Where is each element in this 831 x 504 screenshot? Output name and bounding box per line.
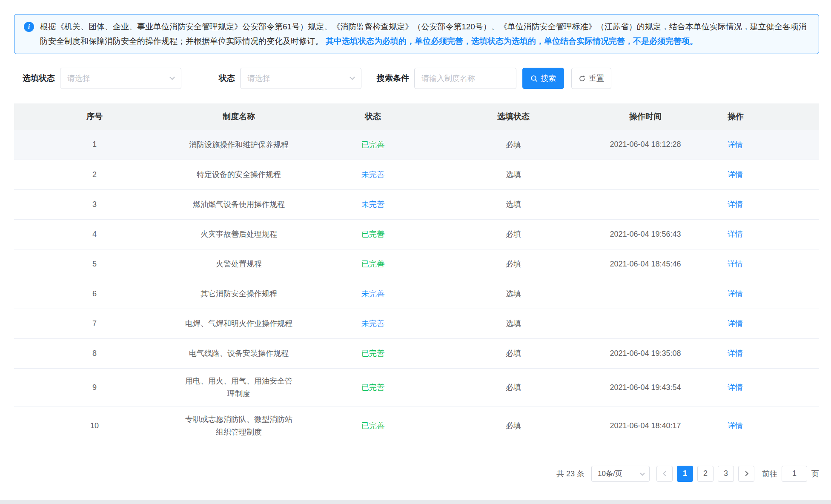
table-row: 2 特定设备的安全操作规程 未完善 选填 详情 [14,160,819,189]
cell-status: 未完善 [303,160,443,189]
cell-time [584,309,707,338]
status-text: 已完善 [361,349,384,358]
fill-status-label: 选填状态 [23,73,55,84]
next-page-button[interactable] [738,466,754,482]
detail-link[interactable]: 详情 [728,349,743,358]
detail-link[interactable]: 详情 [728,383,743,392]
status-text: 未完善 [361,170,384,179]
status-text: 已完善 [361,230,384,238]
cell-time: 2021-06-04 18:45:46 [584,249,707,279]
cell-action: 详情 [707,160,819,189]
cell-index: 5 [14,249,175,279]
chevron-right-icon [744,471,749,476]
detail-link[interactable]: 详情 [728,319,743,328]
header-status: 状态 [303,103,443,130]
cell-fill-status: 必填 [443,338,584,368]
table-row: 7 电焊、气焊和明火作业操作规程 未完善 选填 详情 [14,309,819,338]
cell-action: 详情 [707,309,819,338]
detail-link[interactable]: 详情 [728,421,743,430]
chevron-down-icon [169,74,175,80]
chevron-down-icon [350,74,355,80]
status-select[interactable]: 请选择 [240,68,361,89]
table-row: 3 燃油燃气设备使用操作规程 未完善 选填 详情 [14,189,819,219]
cell-time: 2021-06-04 18:12:28 [584,130,707,160]
cell-time: 2021-06-04 19:56:43 [584,219,707,249]
cell-name: 电焊、气焊和明火作业操作规程 [175,309,303,338]
cell-index: 7 [14,309,175,338]
cell-index: 3 [14,189,175,219]
cell-action: 详情 [707,219,819,249]
cell-index: 8 [14,338,175,368]
cell-status: 已完善 [303,130,443,160]
detail-link[interactable]: 详情 [728,140,743,149]
page-bottom-strip [0,500,831,504]
total-count: 共 23 条 [556,469,585,479]
cell-name: 特定设备的安全操作规程 [175,160,303,189]
search-button-label: 搜索 [541,73,556,83]
page-button-2[interactable]: 2 [697,466,714,482]
status-text: 已完善 [361,140,384,149]
cell-action: 详情 [707,279,819,309]
fill-status-select[interactable]: 请选择 [60,68,181,89]
status-text: 已完善 [361,421,384,430]
cell-fill-status: 必填 [443,130,584,160]
filter-bar: 选填状态 请选择 状态 请选择 搜索条件 搜索 [14,68,819,89]
table-row: 6 其它消防安全操作规程 未完善 选填 详情 [14,279,819,309]
cell-action: 详情 [707,189,819,219]
cell-time [584,279,707,309]
cell-time: 2021-06-04 19:35:08 [584,338,707,368]
cell-status: 未完善 [303,189,443,219]
detail-link[interactable]: 详情 [728,170,743,179]
search-label: 搜索条件 [377,73,409,84]
cell-status: 已完善 [303,219,443,249]
cell-action: 详情 [707,249,819,279]
cell-status: 已完善 [303,338,443,368]
detail-link[interactable]: 详情 [728,200,743,209]
status-text: 已完善 [361,383,384,392]
search-input[interactable] [414,68,516,89]
reset-button[interactable]: 重置 [571,68,611,89]
status-filter-group: 状态 请选择 [219,68,361,89]
cell-fill-status: 必填 [443,219,584,249]
cell-status: 已完善 [303,368,443,407]
alert-text: 根据《机关、团体、企业、事业单位消防安全管理规定》公安部令第61号）规定、《消防… [40,20,808,49]
search-button[interactable]: 搜索 [522,68,564,89]
search-group: 搜索条件 搜索 重置 [377,68,611,89]
cell-fill-status: 选填 [443,309,584,338]
goto-suffix: 页 [811,469,819,479]
cell-status: 未完善 [303,309,443,338]
cell-name: 消防设施操作和维护保养规程 [175,130,303,160]
table-row: 5 火警处置规程 已完善 必填 2021-06-04 18:45:46 详情 [14,249,819,279]
page-button-3[interactable]: 3 [718,466,734,482]
chevron-left-icon [662,471,668,476]
cell-name: 火灾事故善后处理规程 [175,219,303,249]
table-header: 序号 制度名称 状态 选填状态 操作时间 操作 [14,103,819,130]
cell-index: 9 [14,368,175,407]
detail-link[interactable]: 详情 [728,289,743,298]
cell-time [584,189,707,219]
page-button-1[interactable]: 1 [677,466,693,482]
table-row: 10 专职或志愿消防队、微型消防站组织管理制度 已完善 必填 2021-06-0… [14,407,819,445]
cell-name: 火警处置规程 [175,249,303,279]
header-fill-status: 选填状态 [443,103,584,130]
info-alert: i 根据《机关、团体、企业、事业单位消防安全管理规定》公安部令第61号）规定、《… [14,14,819,54]
cell-action: 详情 [707,338,819,368]
reset-button-label: 重置 [589,73,604,83]
cell-status: 未完善 [303,279,443,309]
prev-page-button[interactable] [656,466,673,482]
page-size-select[interactable]: 10条/页 [591,466,650,482]
cell-fill-status: 必填 [443,407,584,445]
table-row: 1 消防设施操作和维护保养规程 已完善 必填 2021-06-04 18:12:… [14,130,819,160]
cell-status: 已完善 [303,407,443,445]
detail-link[interactable]: 详情 [728,230,743,238]
detail-link[interactable]: 详情 [728,260,743,268]
goto-page-input[interactable] [782,466,807,482]
cell-fill-status: 必填 [443,368,584,407]
cell-fill-status: 选填 [443,189,584,219]
cell-fill-status: 选填 [443,279,584,309]
cell-index: 4 [14,219,175,249]
chevron-down-icon [640,471,645,475]
goto-page-group: 前往 页 [762,466,819,482]
header-name: 制度名称 [175,103,303,130]
cell-index: 10 [14,407,175,445]
